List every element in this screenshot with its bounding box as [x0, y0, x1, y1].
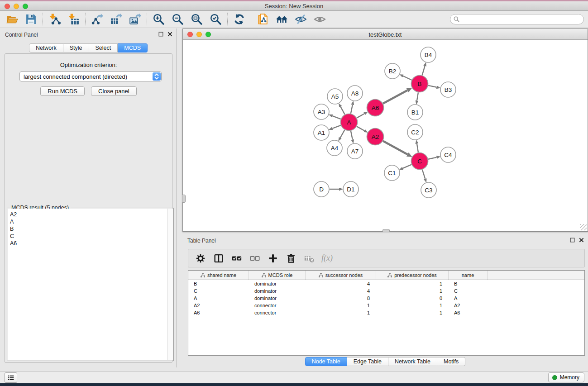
- column-header-successor-nodes[interactable]: successor nodes: [306, 271, 376, 280]
- table-cell[interactable]: C: [188, 288, 249, 294]
- table-cell[interactable]: dominator: [249, 288, 306, 294]
- graph-node-A1[interactable]: A1: [314, 125, 329, 140]
- mcds-result-item[interactable]: C: [10, 233, 167, 240]
- graph-edge-A-A3[interactable]: [332, 116, 340, 119]
- graph-node-D[interactable]: D: [314, 181, 329, 197]
- table-row[interactable]: A6connector11A6: [188, 309, 584, 316]
- graph-edge-A-A8[interactable]: [351, 105, 353, 113]
- table-cell[interactable]: connector: [249, 310, 306, 315]
- search-input[interactable]: [461, 15, 583, 24]
- settings-gear-icon[interactable]: [195, 253, 206, 264]
- import-table-icon[interactable]: [67, 13, 80, 26]
- export-image-icon[interactable]: [129, 13, 142, 26]
- column-header-name[interactable]: name: [449, 271, 488, 280]
- table-row[interactable]: Bdominator41B: [188, 280, 584, 287]
- graph-edge-C-C4[interactable]: [428, 157, 437, 159]
- mcds-result-item[interactable]: A6: [10, 240, 167, 247]
- mcds-result-item[interactable]: A2: [10, 211, 167, 218]
- resize-grip[interactable]: [580, 224, 587, 230]
- add-column-icon[interactable]: [267, 253, 278, 264]
- graph-edge-B-B2[interactable]: [403, 76, 412, 80]
- float-panel-icon[interactable]: [158, 31, 164, 37]
- toggle-columns-icon[interactable]: [213, 253, 224, 264]
- network-canvas[interactable]: B4B2BB3A8A5A6A3B1AC2A1A2A4A7C4CC1DD1C3: [183, 40, 588, 231]
- search-box[interactable]: [450, 14, 584, 24]
- refresh-layout-icon[interactable]: [233, 13, 246, 26]
- graph-edge-A-A7[interactable]: [351, 131, 353, 139]
- show-all-icon[interactable]: [313, 13, 326, 26]
- graph-node-C2[interactable]: C2: [407, 124, 423, 140]
- graph-edge-A2-C[interactable]: [383, 141, 407, 154]
- float-panel-icon[interactable]: [569, 237, 575, 243]
- column-header-shared-name[interactable]: shared name: [188, 271, 249, 280]
- column-header-MCDS-role[interactable]: MCDS role: [249, 271, 306, 280]
- delete-table-icon[interactable]: [303, 253, 315, 264]
- graph-edge-A-A4[interactable]: [340, 130, 345, 138]
- graph-node-A3[interactable]: A3: [314, 104, 329, 119]
- tab-style[interactable]: Style: [63, 43, 89, 52]
- graph-node-C1[interactable]: C1: [384, 165, 400, 181]
- export-network-icon[interactable]: [91, 13, 104, 26]
- table-cell[interactable]: 1: [376, 310, 449, 315]
- graph-edge-A-A2[interactable]: [357, 126, 364, 130]
- table-row[interactable]: Cdominator41C: [188, 287, 584, 295]
- graph-node-C4[interactable]: C4: [440, 147, 456, 162]
- tab-network[interactable]: Network: [29, 43, 63, 52]
- graph-edge-C-C1[interactable]: [403, 165, 411, 168]
- table-tab-node-table[interactable]: Node Table: [305, 357, 347, 366]
- graph-node-A7[interactable]: A7: [347, 143, 363, 159]
- graph-edge-A6-B[interactable]: [383, 91, 407, 104]
- table-cell[interactable]: 8: [306, 295, 376, 301]
- graph-node-B[interactable]: B: [411, 76, 428, 92]
- table-cell[interactable]: 4: [306, 281, 376, 286]
- graph-node-C3[interactable]: C3: [421, 182, 436, 198]
- deselect-all-icon[interactable]: [249, 253, 260, 264]
- graph-node-A6[interactable]: A6: [367, 100, 384, 116]
- table-cell[interactable]: 1: [376, 303, 449, 308]
- graph-edge-A-A5[interactable]: [340, 107, 344, 114]
- save-session-icon[interactable]: [24, 13, 38, 26]
- tab-mcds[interactable]: MCDS: [118, 43, 148, 52]
- zoom-fit-icon[interactable]: [190, 13, 203, 26]
- table-cell[interactable]: B: [188, 281, 249, 286]
- graph-edge-C-C3[interactable]: [422, 170, 425, 179]
- table-cell[interactable]: 1: [306, 310, 376, 315]
- table-cell[interactable]: A2: [188, 303, 249, 308]
- mcds-result-item[interactable]: B: [10, 225, 167, 233]
- new-network-from-selection-icon[interactable]: [256, 13, 269, 26]
- function-builder-icon[interactable]: f(x): [321, 253, 333, 263]
- graph-node-B2[interactable]: B2: [385, 63, 400, 79]
- run-mcds-button[interactable]: Run MCDS: [40, 86, 85, 96]
- open-file-icon[interactable]: [5, 13, 19, 26]
- table-cell[interactable]: B: [449, 281, 488, 286]
- import-network-icon[interactable]: [48, 13, 61, 26]
- table-cell[interactable]: dominator: [249, 281, 306, 286]
- zoom-selected-icon[interactable]: [209, 13, 222, 26]
- table-cell[interactable]: connector: [249, 303, 306, 308]
- graph-node-A5[interactable]: A5: [327, 89, 343, 104]
- graph-edge-A-A1[interactable]: [332, 125, 340, 129]
- graph-node-A[interactable]: A: [341, 114, 358, 131]
- table-cell[interactable]: 4: [306, 288, 376, 294]
- graph-edge-B-B1[interactable]: [417, 92, 418, 100]
- table-cell[interactable]: 1: [376, 288, 449, 294]
- table-cell[interactable]: 0: [376, 295, 449, 301]
- delete-column-icon[interactable]: [285, 253, 296, 264]
- graph-node-B3[interactable]: B3: [440, 82, 456, 97]
- close-panel-icon[interactable]: [578, 237, 584, 243]
- zoom-out-icon[interactable]: [171, 13, 184, 26]
- table-tab-motifs[interactable]: Motifs: [437, 357, 465, 366]
- table-cell[interactable]: A: [449, 295, 488, 301]
- list-scrollbar[interactable]: [167, 209, 173, 360]
- graph-node-A2[interactable]: A2: [367, 129, 384, 145]
- tab-select[interactable]: Select: [89, 43, 118, 52]
- table-tab-network-table[interactable]: Network Table: [388, 357, 437, 366]
- close-panel-icon[interactable]: [167, 31, 173, 37]
- hide-selection-icon[interactable]: [294, 13, 307, 26]
- zoom-in-icon[interactable]: [152, 13, 165, 26]
- graph-edge-A-A6[interactable]: [357, 114, 364, 118]
- select-all-icon[interactable]: [231, 253, 242, 264]
- table-cell[interactable]: A2: [449, 303, 488, 308]
- table-cell[interactable]: dominator: [249, 295, 306, 301]
- export-table-icon[interactable]: [110, 13, 123, 26]
